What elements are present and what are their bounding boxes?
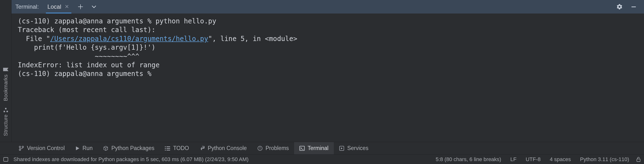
svg-rect-15 xyxy=(260,149,260,149)
terminal-title: Terminal: xyxy=(16,3,43,10)
tab-label: Services xyxy=(347,145,368,151)
status-message[interactable]: Shared indexes are downloaded for Python… xyxy=(12,156,250,162)
structure-tool-button[interactable]: Structure xyxy=(3,104,9,139)
tab-label: Terminal xyxy=(308,145,328,151)
svg-rect-2 xyxy=(5,108,6,109)
terminal-output[interactable]: (cs-110) zappala@anna arguments % python… xyxy=(12,14,644,142)
cursor-position[interactable]: 5:8 (80 chars, 6 line breaks) xyxy=(434,156,503,162)
file-link[interactable]: /Users/zappala/cs110/arguments/hello.py xyxy=(50,35,208,43)
svg-rect-9 xyxy=(165,148,166,149)
svg-rect-11 xyxy=(165,150,166,150)
svg-point-5 xyxy=(19,149,21,150)
terminal-tab-local[interactable]: Local ✕ xyxy=(44,0,73,14)
svg-rect-8 xyxy=(166,146,170,147)
tab-label: Python Console xyxy=(208,145,247,151)
terminal-tab-label: Local xyxy=(47,3,61,10)
svg-point-6 xyxy=(22,146,24,148)
todo-icon xyxy=(165,146,170,150)
bookmarks-label: Bookmarks xyxy=(3,74,9,101)
tab-label: Run xyxy=(82,145,92,151)
line-separator[interactable]: LF xyxy=(508,156,518,162)
prompt-line-2: (cs-110) zappala@anna arguments % xyxy=(18,70,156,78)
indent-setting[interactable]: 4 spaces xyxy=(548,156,573,162)
traceback-code-line: print(f'Hello {sys.argv[1]}!') xyxy=(18,43,156,51)
svg-rect-7 xyxy=(165,146,166,147)
tab-version-control[interactable]: Version Control xyxy=(14,142,70,154)
bookmark-icon xyxy=(3,67,8,72)
tab-problems[interactable]: Problems xyxy=(252,142,294,154)
minimize-button[interactable] xyxy=(627,4,640,10)
svg-rect-0 xyxy=(4,111,5,112)
settings-button[interactable] xyxy=(613,4,626,10)
tab-python-packages[interactable]: Python Packages xyxy=(98,142,160,154)
services-icon xyxy=(339,146,344,151)
svg-rect-12 xyxy=(166,150,170,150)
terminal-header: Terminal: Local ✕ xyxy=(12,0,644,14)
structure-label: Structure xyxy=(3,115,9,136)
left-tool-gutter: Bookmarks Structure xyxy=(0,0,12,142)
svg-rect-14 xyxy=(260,147,260,148)
traceback-header: Traceback (most recent call last): xyxy=(18,26,156,34)
terminal-icon xyxy=(300,146,305,151)
error-line: IndexError: list index out of range xyxy=(18,61,160,69)
tab-terminal[interactable]: Terminal xyxy=(294,142,334,154)
tab-label: Python Packages xyxy=(111,145,154,151)
new-tab-button[interactable] xyxy=(74,4,87,9)
svg-rect-10 xyxy=(166,148,170,149)
python-interpreter[interactable]: Python 3.11 (cs-110) xyxy=(578,156,631,162)
svg-rect-16 xyxy=(300,146,304,150)
tab-label: Problems xyxy=(266,145,289,151)
problems-icon xyxy=(257,146,263,151)
svg-rect-18 xyxy=(4,157,8,161)
prompt-line: (cs-110) zappala@anna arguments % python… xyxy=(18,17,216,25)
packages-icon xyxy=(103,146,108,151)
traceback-caret-line: ~~~~~~~~^^^ xyxy=(18,52,139,60)
close-icon[interactable]: ✕ xyxy=(64,4,70,10)
svg-rect-1 xyxy=(6,111,8,112)
tab-services[interactable]: Services xyxy=(334,142,374,154)
tab-python-console[interactable]: Python Console xyxy=(194,142,252,154)
tab-label: Version Control xyxy=(27,145,65,151)
play-icon xyxy=(75,146,80,150)
traceback-file-line: File "/Users/zappala/cs110/arguments/hel… xyxy=(18,35,297,43)
tab-todo[interactable]: TODO xyxy=(160,142,194,154)
tab-run[interactable]: Run xyxy=(70,142,98,154)
svg-rect-3 xyxy=(632,7,636,7)
tab-dropdown-button[interactable] xyxy=(88,5,100,9)
file-encoding[interactable]: UTF-8 xyxy=(524,156,542,162)
tab-label: TODO xyxy=(173,145,189,151)
status-rect-icon[interactable] xyxy=(3,157,8,161)
bottom-tool-tabs: Version Control Run Python Packages TODO… xyxy=(0,142,644,154)
python-icon xyxy=(200,146,205,151)
svg-rect-19 xyxy=(637,159,640,161)
status-bar: Shared indexes are downloaded for Python… xyxy=(0,154,644,164)
lock-icon[interactable] xyxy=(636,157,641,162)
branch-icon xyxy=(19,146,24,151)
bookmarks-tool-button[interactable]: Bookmarks xyxy=(3,63,9,104)
structure-icon xyxy=(4,108,8,112)
svg-point-4 xyxy=(19,146,21,148)
